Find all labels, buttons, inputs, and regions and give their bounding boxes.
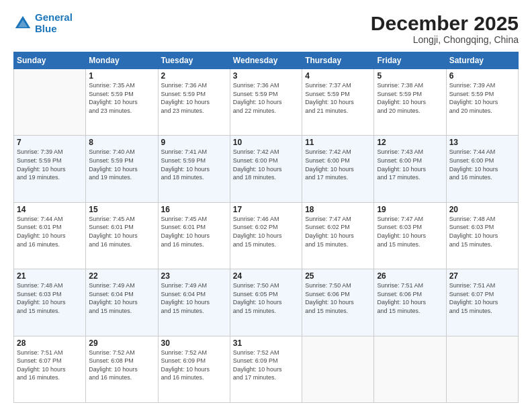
logo-line2: Blue [35, 23, 57, 34]
calendar-cell: 27Sunrise: 7:51 AM Sunset: 6:07 PM Dayli… [446, 269, 518, 336]
weekday-header: Sunday [14, 52, 86, 69]
day-number: 3 [233, 71, 299, 81]
day-number: 14 [17, 205, 83, 214]
calendar-cell: 30Sunrise: 7:52 AM Sunset: 6:09 PM Dayli… [158, 336, 230, 402]
weekday-row: SundayMondayTuesdayWednesdayThursdayFrid… [14, 52, 519, 69]
calendar-cell: 16Sunrise: 7:45 AM Sunset: 6:01 PM Dayli… [158, 202, 230, 269]
calendar-cell: 29Sunrise: 7:52 AM Sunset: 6:08 PM Dayli… [86, 336, 158, 402]
day-info: Sunrise: 7:51 AM Sunset: 6:07 PM Dayligh… [449, 281, 515, 315]
calendar-cell: 23Sunrise: 7:49 AM Sunset: 6:04 PM Dayli… [158, 269, 230, 336]
calendar-cell: 15Sunrise: 7:45 AM Sunset: 6:01 PM Dayli… [86, 202, 158, 269]
day-number: 17 [233, 205, 299, 214]
day-info: Sunrise: 7:41 AM Sunset: 5:59 PM Dayligh… [161, 148, 227, 181]
day-number: 1 [89, 71, 154, 81]
calendar-cell: 26Sunrise: 7:51 AM Sunset: 6:06 PM Dayli… [374, 269, 446, 336]
weekday-header: Saturday [446, 52, 518, 69]
day-info: Sunrise: 7:51 AM Sunset: 6:07 PM Dayligh… [17, 349, 83, 382]
day-number: 10 [233, 138, 299, 147]
day-number: 5 [377, 71, 443, 81]
day-info: Sunrise: 7:50 AM Sunset: 6:06 PM Dayligh… [305, 281, 371, 315]
logo-text: General Blue [35, 12, 73, 34]
day-number: 19 [377, 205, 443, 214]
calendar-cell: 13Sunrise: 7:44 AM Sunset: 6:00 PM Dayli… [446, 136, 518, 202]
day-info: Sunrise: 7:44 AM Sunset: 6:01 PM Dayligh… [17, 215, 83, 248]
calendar-cell: 19Sunrise: 7:47 AM Sunset: 6:03 PM Dayli… [374, 202, 446, 269]
logo: General Blue [13, 12, 73, 34]
calendar-header: SundayMondayTuesdayWednesdayThursdayFrid… [14, 52, 519, 69]
day-number: 20 [449, 205, 515, 214]
day-number: 2 [161, 71, 227, 81]
day-number: 21 [17, 271, 83, 281]
day-info: Sunrise: 7:44 AM Sunset: 6:00 PM Dayligh… [449, 148, 515, 181]
day-info: Sunrise: 7:43 AM Sunset: 6:00 PM Dayligh… [377, 148, 443, 181]
day-info: Sunrise: 7:49 AM Sunset: 6:04 PM Dayligh… [161, 281, 227, 315]
weekday-header: Monday [86, 52, 158, 69]
calendar-cell: 11Sunrise: 7:42 AM Sunset: 6:00 PM Dayli… [302, 136, 374, 202]
day-number: 24 [233, 271, 299, 281]
day-info: Sunrise: 7:52 AM Sunset: 6:09 PM Dayligh… [233, 349, 299, 382]
day-number: 25 [305, 271, 371, 281]
header: General Blue December 2025 Longji, Chong… [13, 12, 519, 45]
calendar-cell: 8Sunrise: 7:40 AM Sunset: 5:59 PM Daylig… [86, 136, 158, 202]
calendar-cell: 21Sunrise: 7:48 AM Sunset: 6:03 PM Dayli… [14, 269, 86, 336]
weekday-header: Thursday [302, 52, 374, 69]
day-info: Sunrise: 7:42 AM Sunset: 6:00 PM Dayligh… [233, 148, 299, 181]
day-info: Sunrise: 7:39 AM Sunset: 5:59 PM Dayligh… [17, 148, 83, 181]
calendar-week-row: 21Sunrise: 7:48 AM Sunset: 6:03 PM Dayli… [14, 269, 519, 336]
calendar-cell: 10Sunrise: 7:42 AM Sunset: 6:00 PM Dayli… [230, 136, 302, 202]
day-info: Sunrise: 7:52 AM Sunset: 6:09 PM Dayligh… [161, 349, 227, 382]
day-info: Sunrise: 7:38 AM Sunset: 5:59 PM Dayligh… [377, 81, 443, 115]
calendar-cell: 25Sunrise: 7:50 AM Sunset: 6:06 PM Dayli… [302, 269, 374, 336]
calendar-week-row: 7Sunrise: 7:39 AM Sunset: 5:59 PM Daylig… [14, 136, 519, 202]
calendar-cell: 4Sunrise: 7:37 AM Sunset: 5:59 PM Daylig… [302, 69, 374, 136]
day-info: Sunrise: 7:46 AM Sunset: 6:02 PM Dayligh… [233, 215, 299, 248]
day-number: 27 [449, 271, 515, 281]
day-info: Sunrise: 7:52 AM Sunset: 6:08 PM Dayligh… [89, 349, 154, 382]
day-info: Sunrise: 7:48 AM Sunset: 6:03 PM Dayligh… [449, 215, 515, 248]
calendar-cell: 18Sunrise: 7:47 AM Sunset: 6:02 PM Dayli… [302, 202, 374, 269]
month-title: December 2025 [371, 12, 519, 34]
calendar-cell: 31Sunrise: 7:52 AM Sunset: 6:09 PM Dayli… [230, 336, 302, 402]
day-info: Sunrise: 7:40 AM Sunset: 5:59 PM Dayligh… [89, 148, 154, 181]
calendar-cell: 6Sunrise: 7:39 AM Sunset: 5:59 PM Daylig… [446, 69, 518, 136]
calendar-cell: 1Sunrise: 7:35 AM Sunset: 5:59 PM Daylig… [86, 69, 158, 136]
day-info: Sunrise: 7:47 AM Sunset: 6:02 PM Dayligh… [305, 215, 371, 248]
day-number: 22 [89, 271, 154, 281]
calendar-week-row: 1Sunrise: 7:35 AM Sunset: 5:59 PM Daylig… [14, 69, 519, 136]
calendar-week-row: 14Sunrise: 7:44 AM Sunset: 6:01 PM Dayli… [14, 202, 519, 269]
day-number: 11 [305, 138, 371, 147]
calendar-cell: 5Sunrise: 7:38 AM Sunset: 5:59 PM Daylig… [374, 69, 446, 136]
calendar-cell: 20Sunrise: 7:48 AM Sunset: 6:03 PM Dayli… [446, 202, 518, 269]
calendar-cell: 14Sunrise: 7:44 AM Sunset: 6:01 PM Dayli… [14, 202, 86, 269]
day-info: Sunrise: 7:49 AM Sunset: 6:04 PM Dayligh… [89, 281, 154, 315]
day-info: Sunrise: 7:45 AM Sunset: 6:01 PM Dayligh… [89, 215, 154, 248]
day-info: Sunrise: 7:36 AM Sunset: 5:59 PM Dayligh… [233, 81, 299, 115]
day-info: Sunrise: 7:37 AM Sunset: 5:59 PM Dayligh… [305, 81, 371, 115]
day-number: 8 [89, 138, 154, 147]
day-info: Sunrise: 7:35 AM Sunset: 5:59 PM Dayligh… [89, 81, 154, 115]
calendar-cell [14, 69, 86, 136]
day-number: 26 [377, 271, 443, 281]
weekday-header: Wednesday [230, 52, 302, 69]
day-info: Sunrise: 7:47 AM Sunset: 6:03 PM Dayligh… [377, 215, 443, 248]
logo-line1: General [35, 11, 73, 23]
page: General Blue December 2025 Longji, Chong… [0, 0, 532, 411]
weekday-header: Friday [374, 52, 446, 69]
calendar-body: 1Sunrise: 7:35 AM Sunset: 5:59 PM Daylig… [14, 69, 519, 403]
day-number: 13 [449, 138, 515, 147]
calendar-cell: 24Sunrise: 7:50 AM Sunset: 6:05 PM Dayli… [230, 269, 302, 336]
day-info: Sunrise: 7:51 AM Sunset: 6:06 PM Dayligh… [377, 281, 443, 315]
calendar-cell [302, 336, 374, 402]
day-number: 28 [17, 338, 83, 348]
calendar-cell: 9Sunrise: 7:41 AM Sunset: 5:59 PM Daylig… [158, 136, 230, 202]
calendar-cell [374, 336, 446, 402]
calendar-cell: 2Sunrise: 7:36 AM Sunset: 5:59 PM Daylig… [158, 69, 230, 136]
day-info: Sunrise: 7:48 AM Sunset: 6:03 PM Dayligh… [17, 281, 83, 315]
calendar-week-row: 28Sunrise: 7:51 AM Sunset: 6:07 PM Dayli… [14, 336, 519, 402]
day-info: Sunrise: 7:50 AM Sunset: 6:05 PM Dayligh… [233, 281, 299, 315]
day-number: 16 [161, 205, 227, 214]
day-number: 4 [305, 71, 371, 81]
weekday-header: Tuesday [158, 52, 230, 69]
day-info: Sunrise: 7:45 AM Sunset: 6:01 PM Dayligh… [161, 215, 227, 248]
calendar-cell: 12Sunrise: 7:43 AM Sunset: 6:00 PM Dayli… [374, 136, 446, 202]
